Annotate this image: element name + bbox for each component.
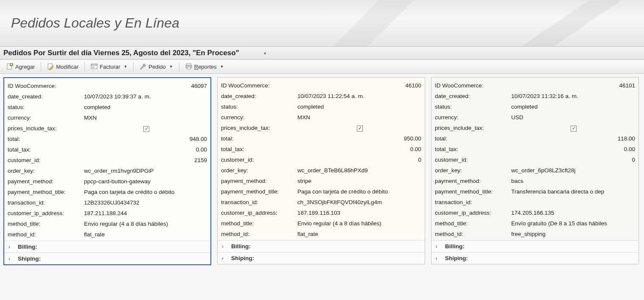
- field-label-method_id: method_id:: [221, 229, 297, 239]
- toolbar: Agregar Modificar Facturar ▼ Pedido ▼ Re…: [0, 60, 644, 74]
- billing-expander[interactable]: › Billing:: [431, 240, 638, 252]
- field-value-customer_ip_address: 187.189.116.103: [297, 207, 421, 218]
- field-value-method_title: Envio regular (4 a 8 días hábiles): [297, 218, 421, 229]
- toolbar-separator: [84, 62, 85, 71]
- field-row: payment_method: bacs: [435, 176, 635, 186]
- field-value-method_id: flat_rate: [297, 229, 421, 239]
- shipping-expander[interactable]: › Shiping:: [4, 252, 210, 264]
- chevron-right-icon: ›: [436, 244, 441, 250]
- field-row: order_key: wc_order_BTeB6L86hPXd9: [221, 165, 421, 176]
- order-card[interactable]: ID WooCommerce: 46100 date_created: 10/0…: [217, 77, 425, 264]
- field-row: payment_method_title: Paga con tarjeta d…: [221, 186, 421, 197]
- order-card-body: ID WooCommerce: 46100 date_created: 10/0…: [218, 78, 425, 240]
- field-label-customer_ip_address: customer_ip_address:: [8, 208, 84, 219]
- field-row: method_title: Envio regular (4 a 8 días …: [8, 219, 207, 229]
- field-label-customer_id: customer_id:: [221, 154, 297, 165]
- field-label-method_title: method_title:: [435, 218, 511, 229]
- svg-rect-7: [187, 67, 190, 69]
- field-row: method_id: flat_rate: [8, 229, 207, 240]
- field-value-payment_method_title: Transferencia bancaria directa o dep: [511, 186, 635, 197]
- subheader-bar: Pedidos Por Surtir del día Viernes 25, A…: [0, 47, 644, 60]
- field-row: total: 948.00: [8, 134, 207, 144]
- field-label-payment_method: payment_method:: [221, 176, 297, 186]
- shipping-expander-label: Shiping:: [231, 255, 254, 261]
- field-label-payment_method_title: payment_method_title:: [435, 186, 511, 197]
- field-value-id_woo: 46097: [84, 81, 207, 91]
- new-doc-icon: [6, 63, 13, 70]
- wrench-icon: [140, 63, 146, 70]
- toolbar-separator: [179, 62, 179, 71]
- field-value-method_title: Envio regular (4 a 8 días hábiles): [84, 219, 207, 229]
- field-label-customer_id: customer_id:: [8, 155, 84, 165]
- field-label-currency: currency:: [8, 112, 84, 123]
- shipping-expander-label: Shiping:: [445, 255, 468, 261]
- shipping-expander[interactable]: › Shiping:: [431, 252, 638, 264]
- field-value-prices_include_tax: ✓: [511, 123, 635, 133]
- checkbox-icon[interactable]: ✓: [571, 126, 577, 132]
- field-value-total: 118.00: [511, 133, 635, 144]
- field-label-payment_method: payment_method:: [435, 176, 511, 186]
- facturar-label: Facturar: [100, 64, 120, 70]
- field-row: total_tax: 0.00: [8, 144, 207, 155]
- order-card[interactable]: ID WooCommerce: 46097 date_created: 10/0…: [3, 77, 211, 265]
- field-value-payment_method_title: Paga con tarjeta de crédito o débito: [297, 186, 421, 197]
- field-row: prices_include_tax: ✓: [221, 123, 421, 133]
- field-value-currency: USD: [511, 112, 635, 123]
- modificar-button[interactable]: Modificar: [43, 61, 82, 72]
- field-value-currency: MXN: [297, 112, 421, 123]
- field-value-customer_ip_address: 187.211.188.244: [84, 208, 207, 219]
- svg-rect-5: [187, 64, 191, 65]
- reportes-label: Reportes: [194, 64, 217, 70]
- checkbox-icon[interactable]: ✓: [143, 126, 149, 132]
- field-label-method_title: method_title:: [8, 219, 84, 229]
- field-value-payment_method: bacs: [511, 176, 635, 186]
- field-label-order_key: order_key:: [435, 165, 511, 176]
- chevron-down-icon: ▼: [169, 64, 173, 69]
- modificar-label: Modificar: [56, 64, 78, 70]
- field-value-prices_include_tax: ✓: [84, 123, 207, 134]
- edit-doc-icon: [47, 63, 54, 70]
- invoice-icon: [91, 63, 98, 70]
- field-label-prices_include_tax: prices_include_tax:: [435, 123, 511, 133]
- field-label-date_created: date_created:: [221, 91, 297, 101]
- subheader-title: Pedidos Por Surtir del día Viernes 25, A…: [3, 49, 239, 57]
- reportes-button[interactable]: Reportes ▼: [182, 61, 228, 72]
- field-row: payment_method: stripe: [221, 176, 421, 186]
- field-label-id_woo: ID WooCommerce:: [8, 81, 84, 91]
- field-row: method_title: Envio regular (4 a 8 días …: [221, 218, 421, 229]
- agregar-button[interactable]: Agregar: [3, 61, 39, 72]
- field-label-date_created: date_created:: [8, 91, 84, 102]
- field-label-total: total:: [8, 134, 84, 144]
- field-label-total: total:: [435, 133, 511, 144]
- field-value-method_id: flat_rate: [84, 229, 207, 240]
- shipping-expander[interactable]: › Shiping:: [218, 252, 425, 264]
- billing-expander-label: Billing:: [231, 243, 251, 250]
- field-row: currency: USD: [435, 112, 635, 123]
- chevron-right-icon: ›: [8, 256, 14, 262]
- svg-rect-4: [91, 64, 97, 65]
- checkbox-icon[interactable]: ✓: [357, 126, 363, 132]
- field-label-order_key: order_key:: [221, 165, 297, 176]
- order-card[interactable]: ID WooCommerce: 46101 date_created: 10/0…: [431, 77, 639, 264]
- field-value-transaction_id: 12B23326UJ0434732: [84, 197, 207, 208]
- chevron-right-icon: ›: [222, 255, 227, 261]
- field-value-customer_ip_address: 174.205.166.135: [511, 207, 635, 218]
- facturar-button[interactable]: Facturar ▼: [87, 61, 131, 72]
- field-label-id_woo: ID WooCommerce:: [221, 80, 297, 91]
- pedido-button[interactable]: Pedido ▼: [136, 61, 176, 72]
- field-value-date_created: 10/07/2023 11:22:54 a. m.: [297, 91, 421, 101]
- subheader-dropdown-icon[interactable]: ▾: [264, 51, 266, 56]
- field-row: status: completed: [8, 102, 207, 112]
- field-value-status: completed: [297, 101, 421, 112]
- field-row: total: 118.00: [435, 133, 635, 144]
- field-row: total_tax: 0.00: [221, 144, 421, 154]
- billing-expander[interactable]: › Billing:: [218, 240, 425, 252]
- field-value-total: 950.00: [297, 133, 421, 144]
- field-label-transaction_id: transaction_id:: [435, 197, 511, 207]
- chevron-down-icon: ▼: [220, 64, 224, 69]
- header-banner: Pedidos Locales y En Línea: [0, 0, 644, 47]
- field-label-method_id: method_id:: [435, 229, 511, 239]
- billing-expander[interactable]: › Billing:: [4, 241, 210, 252]
- pedido-label: Pedido: [148, 64, 165, 70]
- field-row: customer_id: 0: [221, 154, 421, 165]
